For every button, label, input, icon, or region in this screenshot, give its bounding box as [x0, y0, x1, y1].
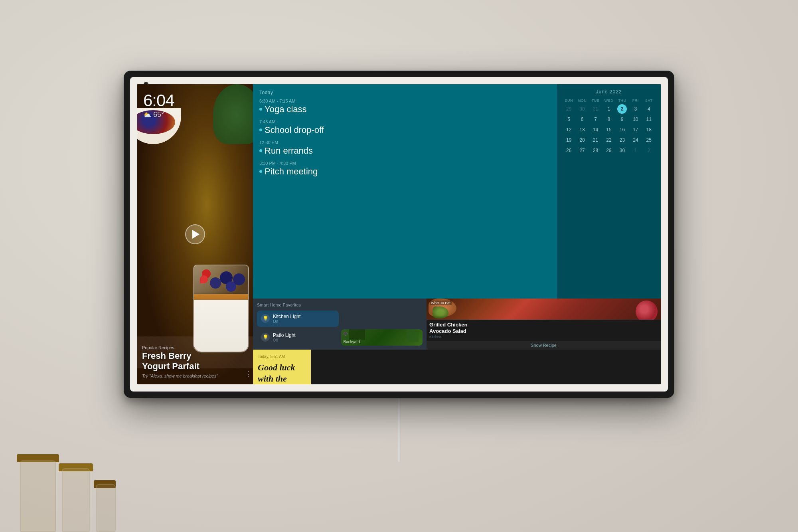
cal-day-26[interactable]: 26 — [564, 146, 574, 155]
cal-day-30-prev[interactable]: 30 — [577, 104, 587, 114]
cal-day-7[interactable]: 7 — [591, 115, 600, 124]
cal-day-10[interactable]: 10 — [631, 115, 640, 124]
calendar-grid: SUN MON TUE WED THU FRI SAT 29 30 31 — [563, 98, 655, 155]
cal-day-20[interactable]: 20 — [577, 135, 587, 145]
kitchen-light-status: On — [273, 319, 300, 324]
cal-day-8[interactable]: 8 — [604, 115, 614, 124]
recipe-hint: Try "Alexa, show me breakfast recipes" — [142, 374, 248, 378]
event-name-school: School drop-off — [259, 125, 551, 135]
backyard-device[interactable]: Backyard — [341, 329, 423, 346]
recipe-widget-name-line1: Grilled Chicken — [429, 322, 467, 328]
kitchen-light-name: Kitchen Light — [273, 314, 300, 319]
cal-header-thu: THU — [616, 98, 628, 103]
cal-day-13[interactable]: 13 — [577, 125, 587, 134]
cal-day-14[interactable]: 14 — [591, 125, 600, 134]
top-right-area: Today 6:30 AM - 7:15 AM Yoga class 7 — [253, 84, 661, 299]
cal-day-3[interactable]: 3 — [631, 104, 640, 114]
cal-day-24[interactable]: 24 — [631, 135, 640, 145]
temperature-display: 65° — [153, 111, 164, 119]
sticky-line1: Good luck — [258, 362, 295, 372]
event-item-pitch[interactable]: 3:30 PM - 4:30 PM Pitch meeting — [259, 161, 551, 177]
event-time-errands: 12:30 PM — [259, 140, 551, 145]
cal-day-1[interactable]: 1 — [604, 104, 614, 114]
counter-items — [0, 436, 798, 532]
cal-day-29-prev[interactable]: 29 — [564, 104, 574, 114]
recipe-background-image: 6:04 ⛅ 65° Popular Recipes — [137, 84, 253, 384]
event-name-yoga: Yoga class — [259, 104, 551, 115]
recipe-widget[interactable]: What To Eat Grilled Chicken Avocado Sala… — [427, 299, 661, 350]
cal-day-15[interactable]: 15 — [604, 125, 614, 134]
cal-day-18[interactable]: 18 — [644, 125, 654, 134]
jar-body-small — [96, 484, 116, 532]
event-name-pitch: Pitch meeting — [259, 166, 551, 177]
backyard-camera-icon — [344, 332, 348, 336]
glass-body — [193, 265, 249, 352]
cal-day-4[interactable]: 4 — [644, 104, 654, 114]
event-time-school: 7:45 AM — [259, 119, 551, 124]
event-label-yoga: Yoga class — [265, 104, 307, 115]
cal-day-29[interactable]: 29 — [604, 146, 614, 155]
recipe-info: Popular Recipes Fresh Berry Yogurt Parfa… — [142, 345, 248, 378]
cal-day-17[interactable]: 17 — [631, 125, 640, 134]
cal-day-2-today[interactable]: 2 — [617, 104, 627, 114]
cal-day-2-next[interactable]: 2 — [644, 146, 654, 155]
cal-day-22[interactable]: 22 — [604, 135, 614, 145]
show-recipe-button[interactable]: Show Recipe — [427, 341, 661, 350]
cal-day-27[interactable]: 27 — [577, 146, 587, 155]
kitchen-light-icon: 💡 — [261, 314, 270, 323]
more-options-icon[interactable]: ⋮ — [245, 370, 251, 378]
left-panel: 6:04 ⛅ 65° Popular Recipes — [137, 84, 253, 384]
event-dot-yoga — [259, 108, 262, 111]
event-name-errands: Run errands — [259, 146, 551, 156]
patio-light-info: Patio Light Off — [273, 332, 296, 342]
yogurt-layer — [194, 300, 248, 352]
onion-decoration — [636, 301, 658, 320]
event-item-school[interactable]: 7:45 AM School drop-off — [259, 119, 551, 135]
cal-day-1-next[interactable]: 1 — [631, 146, 640, 155]
patio-light-name: Patio Light — [273, 332, 296, 338]
event-label-pitch: Pitch meeting — [265, 166, 318, 177]
recipe-source: Kitchen — [429, 335, 658, 339]
cal-header-sun: SUN — [563, 98, 575, 103]
event-dot-school — [259, 129, 262, 131]
cal-day-12[interactable]: 12 — [564, 125, 574, 134]
event-label-errands: Run errands — [265, 146, 313, 156]
event-dot-errands — [259, 149, 262, 152]
cal-day-30[interactable]: 30 — [617, 146, 627, 155]
clock-display: 6:04 — [143, 92, 174, 109]
cal-day-5[interactable]: 5 — [564, 115, 574, 124]
kitchen-light-device[interactable]: 💡 Kitchen Light On — [257, 310, 339, 327]
cal-day-25[interactable]: 25 — [644, 135, 654, 145]
cal-day-19[interactable]: 19 — [564, 135, 574, 145]
recipe-category: Popular Recipes — [142, 345, 248, 350]
foliage-decoration — [213, 84, 253, 144]
parfait-illustration — [185, 253, 253, 352]
cal-day-11[interactable]: 11 — [644, 115, 654, 124]
calendar-panel: June 2022 SUN MON TUE WED THU FRI SAT 29 — [557, 84, 661, 299]
cal-day-6[interactable]: 6 — [577, 115, 587, 124]
cal-day-28[interactable]: 28 — [591, 146, 600, 155]
cal-day-16[interactable]: 16 — [617, 125, 627, 134]
tv-mount: 6:04 ⛅ 65° Popular Recipes — [124, 71, 674, 462]
cal-header-tue: TUE — [589, 98, 602, 103]
cal-header-fri: FRI — [629, 98, 642, 103]
play-button[interactable] — [185, 224, 205, 244]
event-item-yoga[interactable]: 6:30 AM - 7:15 AM Yoga class — [259, 99, 551, 115]
patio-light-device[interactable]: 💡 Patio Light Off — [257, 329, 339, 346]
play-triangle-icon — [192, 230, 200, 239]
sticky-line2: with the — [258, 374, 287, 384]
tv-bezel: 6:04 ⛅ 65° Popular Recipes — [130, 77, 668, 392]
cal-day-23[interactable]: 23 — [617, 135, 627, 145]
blueberry-4 — [233, 273, 245, 285]
jar-body-medium — [62, 468, 90, 532]
cal-day-21[interactable]: 21 — [591, 135, 600, 145]
recipe-title: Fresh Berry Yogurt Parfait — [142, 351, 248, 372]
event-item-errands[interactable]: 12:30 PM Run errands — [259, 140, 551, 156]
time-weather-widget: 6:04 ⛅ 65° — [143, 92, 174, 119]
cal-day-31-prev[interactable]: 31 — [591, 104, 600, 114]
cal-day-9[interactable]: 9 — [617, 115, 627, 124]
weather-icon: ⛅ — [143, 111, 151, 119]
today-label: Today — [259, 90, 551, 95]
sticky-note: Today, 5:51 AM Good luck with the pitch … — [253, 350, 311, 384]
calendar-month-header: June 2022 — [563, 89, 655, 95]
